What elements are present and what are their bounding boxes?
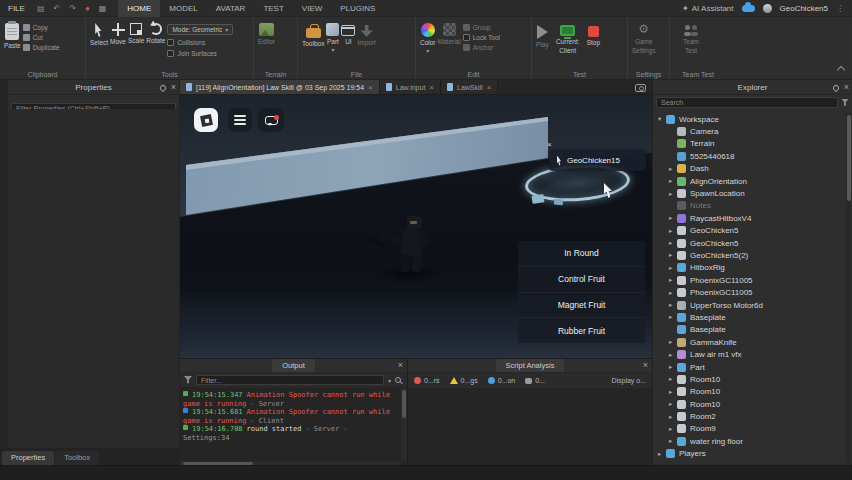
output-filter-input[interactable]	[196, 375, 384, 385]
ribbon-tab[interactable]: MODEL	[160, 0, 206, 17]
game-menu-item[interactable]: In Round	[518, 241, 645, 267]
ai-assistant-button[interactable]: ✦ AI Assistant	[682, 4, 734, 13]
analysis-counter[interactable]: 0...rs	[414, 377, 440, 384]
tree-item[interactable]: GammaKnife	[653, 336, 845, 348]
tree-item[interactable]: Room10	[653, 398, 845, 410]
output-log[interactable]: 19:54:15.347Animation Spoofer cannot run…	[180, 388, 401, 461]
tree-item[interactable]: HitboxRig	[653, 262, 845, 274]
expand-arrow-icon[interactable]	[669, 351, 677, 359]
redo-icon[interactable]: ↷	[69, 0, 76, 17]
pin-icon[interactable]	[158, 83, 166, 91]
join-surfaces-checkbox[interactable]: Join Surfaces	[167, 50, 233, 57]
tooltip-close-icon[interactable]: ×	[547, 140, 552, 149]
tab-close-icon[interactable]: ×	[368, 83, 373, 92]
analysis-counter[interactable]: 0...	[525, 377, 545, 384]
tree-item[interactable]: PhoenixGC11005	[653, 274, 845, 286]
expand-arrow-icon[interactable]	[669, 413, 677, 421]
expand-arrow-icon[interactable]	[669, 400, 677, 408]
cloud-sync-icon[interactable]	[742, 5, 755, 12]
select-tool-button[interactable]: Select	[90, 21, 108, 67]
expand-arrow-icon[interactable]	[669, 437, 677, 445]
record-icon[interactable]: ●	[85, 0, 90, 17]
tab-close-icon[interactable]: ×	[487, 83, 492, 92]
filter-funnel-icon[interactable]	[841, 99, 849, 107]
ribbon-tab[interactable]: HOME	[118, 0, 160, 17]
expand-arrow-icon[interactable]	[669, 165, 677, 173]
editor-tab[interactable]: Law.input ×	[380, 80, 441, 94]
tree-item[interactable]: SpawnLocation	[653, 187, 845, 199]
analysis-counter[interactable]: 0...on	[488, 377, 516, 384]
search-icon[interactable]	[395, 377, 401, 383]
tree-item[interactable]: Camera	[653, 125, 845, 137]
mode-dropdown[interactable]: Mode: Geometric▾	[167, 24, 233, 35]
game-viewport[interactable]: × GeoChicken15 In Round Control Fruit Ma…	[180, 95, 652, 358]
close-icon[interactable]: ×	[171, 83, 176, 92]
pin-icon[interactable]	[831, 83, 839, 91]
expand-arrow-icon[interactable]	[669, 276, 677, 284]
tree-item[interactable]: Baseplate	[653, 324, 845, 336]
team-test-button[interactable]: TeamTest	[674, 21, 708, 67]
expand-arrow-icon[interactable]	[669, 239, 677, 247]
tree-item[interactable]: PhoenixGC11005	[653, 286, 845, 298]
expand-arrow-icon[interactable]	[669, 227, 677, 235]
tree-item[interactable]: Baseplate	[653, 311, 845, 323]
editor-tab[interactable]: LawSkill ×	[441, 80, 498, 94]
tree-item[interactable]: Room10	[653, 373, 845, 385]
expand-arrow-icon[interactable]	[669, 375, 677, 383]
chevron-down-icon[interactable]: ▾	[388, 377, 391, 384]
rotate-tool-button[interactable]: Rotate	[146, 21, 165, 67]
game-menu-item[interactable]: Control Fruit	[518, 267, 645, 293]
cut-button[interactable]: Cut	[23, 34, 60, 41]
expand-arrow-icon[interactable]	[658, 450, 666, 458]
duplicate-button[interactable]: Duplicate	[23, 44, 60, 51]
tree-item[interactable]: Room9	[653, 423, 845, 435]
expand-arrow-icon[interactable]	[669, 264, 677, 272]
chat-button[interactable]	[258, 108, 284, 132]
username-label[interactable]: GeoChicken5	[780, 4, 828, 13]
game-settings-button[interactable]: ⚙GameSettings	[632, 21, 656, 67]
tree-item[interactable]: Room10	[653, 386, 845, 398]
expand-arrow-icon[interactable]	[669, 177, 677, 185]
roblox-menu-button[interactable]	[194, 108, 218, 132]
close-icon[interactable]: ×	[398, 361, 403, 370]
tree-item[interactable]: Players	[653, 448, 845, 460]
game-menu-item[interactable]: Magnet Fruit	[518, 293, 645, 319]
tab-close-icon[interactable]: ×	[429, 83, 434, 92]
expand-arrow-icon[interactable]	[669, 425, 677, 433]
move-tool-button[interactable]: Move	[110, 21, 126, 67]
explorer-search-input[interactable]	[656, 97, 838, 108]
tree-item[interactable]: 5525440618	[653, 150, 845, 162]
tree-item[interactable]: Room2	[653, 410, 845, 422]
tree-item[interactable]: GeoChicken5(2)	[653, 249, 845, 261]
lock-tool-checkbox[interactable]: Lock Tool	[463, 34, 500, 41]
hamburger-menu-button[interactable]	[228, 108, 252, 132]
part-button[interactable]: Part▾	[326, 21, 339, 67]
ribbon-tab[interactable]: PLUGINS	[331, 0, 384, 17]
save-icon[interactable]: ▤	[37, 0, 45, 17]
analysis-counter[interactable]: 0...gs	[450, 377, 478, 384]
close-icon[interactable]: ×	[643, 361, 648, 370]
expand-arrow-icon[interactable]	[669, 214, 677, 222]
stop-button[interactable]: Stop	[587, 21, 600, 67]
ribbon-tab[interactable]: VIEW	[293, 0, 331, 17]
group-button[interactable]: Group	[463, 24, 500, 31]
ui-button[interactable]: UI	[341, 21, 355, 67]
tree-item[interactable]: UpperTorso Motor6d	[653, 299, 845, 311]
color-button[interactable]: Color▾	[420, 21, 436, 67]
avatar[interactable]	[763, 4, 772, 13]
tree-item[interactable]: RaycastHitboxV4	[653, 212, 845, 224]
game-menu-item[interactable]: Rubber Fruit	[518, 318, 645, 343]
tree-item[interactable]: GeoChicken5	[653, 237, 845, 249]
filter-funnel-icon[interactable]	[184, 376, 192, 384]
screenshot-icon[interactable]: ▦	[99, 0, 107, 17]
dock-tab[interactable]: Toolbox	[55, 451, 99, 465]
tree-item[interactable]: Part	[653, 361, 845, 373]
scale-tool-button[interactable]: Scale	[128, 21, 144, 67]
anchor-button[interactable]: Anchor	[463, 44, 500, 51]
display-option-label[interactable]: Display o...	[611, 377, 646, 384]
expand-arrow-icon[interactable]	[669, 363, 677, 371]
expand-arrow-icon[interactable]	[669, 251, 677, 259]
output-vertical-scrollbar[interactable]	[401, 388, 407, 461]
camera-icon[interactable]	[635, 84, 646, 92]
expand-arrow-icon[interactable]	[669, 289, 677, 297]
